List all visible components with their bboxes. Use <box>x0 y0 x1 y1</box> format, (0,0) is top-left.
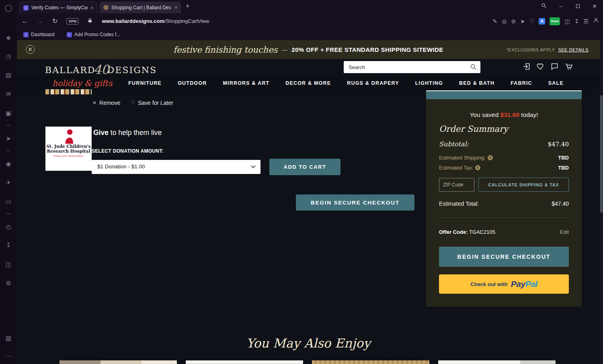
new-tab-button[interactable]: + <box>186 2 189 10</box>
tax-info-icon[interactable]: i <box>475 165 480 170</box>
nav-furniture[interactable]: FURNITURE <box>128 80 162 86</box>
recommended-product-partial <box>186 360 303 364</box>
estimated-tax-value: TBD <box>558 165 569 171</box>
search-icon[interactable] <box>470 63 477 72</box>
edit-page-icon[interactable]: ✎ <box>492 18 497 25</box>
donation-select-label: SELECT DONATION AMOUNT: <box>92 148 164 154</box>
send-to-device-icon[interactable]: ➤ <box>520 18 525 25</box>
done-extension-badge[interactable]: Done <box>550 17 560 25</box>
extensions-icon[interactable]: ◫ <box>0 261 17 268</box>
site-header: BALLARD 40 DESIGNS <box>17 59 600 76</box>
you-may-also-enjoy-heading: You May Also Enjoy <box>17 336 600 350</box>
chat-icon[interactable] <box>550 62 559 71</box>
remove-x-icon: ✕ <box>92 100 96 106</box>
maximize-button[interactable] <box>574 3 581 9</box>
cart-icon[interactable] <box>564 62 573 71</box>
lock-icon[interactable] <box>87 18 93 25</box>
savings-message: You saved $31.60 today! <box>426 111 582 119</box>
zip-code-input[interactable] <box>439 178 474 192</box>
arrow-icon[interactable]: ➤ <box>0 135 17 142</box>
nav-decor-more[interactable]: DECOR & MORE <box>285 80 331 86</box>
vpn-badge[interactable]: VPN <box>66 18 78 25</box>
history-icon[interactable]: ◴ <box>0 223 17 231</box>
gx-corner-icon[interactable]: ❖ <box>0 35 17 42</box>
translate-extension-icon[interactable]: A <box>539 18 545 25</box>
banner-promo-text: 20% OFF + FREE STANDARD SHIPPING SITEWID… <box>291 46 443 53</box>
st-jude-child-silhouette-icon <box>62 129 76 144</box>
notes-icon[interactable]: ▭ <box>0 198 17 205</box>
shipping-info-icon[interactable]: i <box>488 155 493 160</box>
sidebar-divider <box>6 150 10 151</box>
favorites-heart-icon[interactable] <box>536 62 545 71</box>
clock-icon[interactable]: ◷ <box>0 53 17 60</box>
tab-verify-codes[interactable]: ✓ Verify Codes — SimplyCod ✕ <box>19 2 97 13</box>
paypal-checkout-button[interactable]: Check out with PayPal <box>439 274 569 294</box>
url-field[interactable]: www.ballarddesigns.com/ShoppingCartView <box>102 18 209 24</box>
tab-bar: ✓ Verify Codes — SimplyCod ✕ Shopping Ca… <box>17 0 603 13</box>
close-window-button[interactable]: ✕ <box>591 3 598 9</box>
nav-bed-bath[interactable]: BED & BATH <box>459 80 494 86</box>
nav-mirrors-art[interactable]: MIRRORS & ART <box>223 80 269 86</box>
extension-box-icon[interactable]: ◫ <box>564 18 570 25</box>
add-to-cart-button[interactable]: ADD TO CART <box>269 159 340 175</box>
tab-shopping-cart[interactable]: Shopping Cart | Ballard Des ✕ <box>100 2 181 13</box>
calculate-shipping-tax-button[interactable]: CALCULATE SHIPPING & TAX <box>478 178 569 192</box>
telegram-icon[interactable]: ✈ <box>0 179 17 186</box>
instagram-icon[interactable]: ▣ <box>0 110 17 117</box>
st-jude-name-line1: St. Jude Children's <box>45 144 92 149</box>
media-player-icon[interactable]: ◉ <box>0 160 17 168</box>
tab-search-icon[interactable] <box>541 3 547 10</box>
savings-amount: $31.60 <box>500 111 519 118</box>
toolbar-menu-icon[interactable]: ☰ <box>583 18 589 25</box>
shield-blocker-icon[interactable]: ⊘ <box>511 18 516 25</box>
sign-in-icon[interactable] <box>522 62 531 71</box>
remove-item-button[interactable]: ✕ Remove <box>92 100 120 106</box>
snapshot-icon[interactable]: ▨ <box>0 335 17 342</box>
chevron-down-icon <box>251 164 255 168</box>
profile-icon[interactable] <box>593 17 599 25</box>
estimated-total-label: Estimated Total: <box>439 200 479 207</box>
donation-amount-select[interactable]: $1 Donation - $1.00 <box>92 160 260 174</box>
settings-gear-icon[interactable]: ⚙ <box>0 280 17 287</box>
checkout-button-partial[interactable] <box>426 91 582 99</box>
minimize-button[interactable]: – <box>558 3 564 9</box>
scrollbar-thumb[interactable] <box>600 95 603 213</box>
save-for-later-button[interactable]: ♡ Save for Later <box>131 100 173 106</box>
more-options-icon[interactable]: ⋯ <box>0 353 17 360</box>
snapshot-camera-icon[interactable]: ◎ <box>502 18 507 25</box>
nav-lighting[interactable]: LIGHTING <box>415 80 443 86</box>
briefcase-icon[interactable]: ▤ <box>0 72 17 79</box>
recommended-product-partial <box>312 360 429 364</box>
tab-close-icon[interactable]: ✕ <box>90 6 94 10</box>
messenger-icon[interactable]: ✉ <box>0 90 17 98</box>
savings-prefix: You saved <box>470 111 500 118</box>
bookmark-label: Add Promo Codes f... <box>74 32 121 37</box>
nav-rugs-drapery[interactable]: RUGS & DRAPERY <box>347 80 399 86</box>
nav-fabric[interactable]: FABRIC <box>511 80 532 86</box>
save-for-later-label: Save for Later <box>138 100 173 106</box>
download-icon[interactable]: ↧ <box>574 18 579 25</box>
bookmark-add-promo-codes[interactable]: ✓ Add Promo Codes f... <box>67 32 121 37</box>
page-scrollbar[interactable] <box>600 40 603 364</box>
wishlist-heart-icon[interactable]: ♡ <box>529 18 535 25</box>
nav-sale[interactable]: SALE <box>548 80 564 86</box>
see-details-link[interactable]: SEE DETAILS <box>558 47 589 52</box>
begin-secure-checkout-button[interactable]: BEGIN SECURE CHECKOUT <box>296 194 414 211</box>
opera-logo-icon[interactable]: ◯ <box>0 4 17 12</box>
ballard-designs-logo[interactable]: BALLARD 40 DESIGNS <box>45 61 157 76</box>
paypal-prefix-text: Check out with <box>470 281 507 287</box>
search-input[interactable] <box>344 61 480 73</box>
tab-close-icon[interactable]: ✕ <box>174 5 178 10</box>
nav-holiday-gifts[interactable]: holiday & gifts <box>52 78 112 88</box>
begin-secure-checkout-button[interactable]: BEGIN SECURE CHECKOUT <box>439 247 569 267</box>
reload-button[interactable]: ↻ <box>52 17 57 25</box>
nav-outdoor[interactable]: OUTDOOR <box>178 80 207 86</box>
donation-headline-bold: Give <box>93 129 109 137</box>
back-button[interactable]: ← <box>22 18 28 25</box>
paypal-logo: PayPal <box>511 279 537 289</box>
bookmark-dashboard[interactable]: ✓ Dashboard <box>23 32 55 37</box>
forward-button[interactable]: → <box>37 18 43 25</box>
downloads-icon[interactable]: ↧ <box>0 241 17 249</box>
logo-40-mark: 40 <box>93 62 109 77</box>
edit-offer-code-link[interactable]: Edit <box>560 229 569 235</box>
